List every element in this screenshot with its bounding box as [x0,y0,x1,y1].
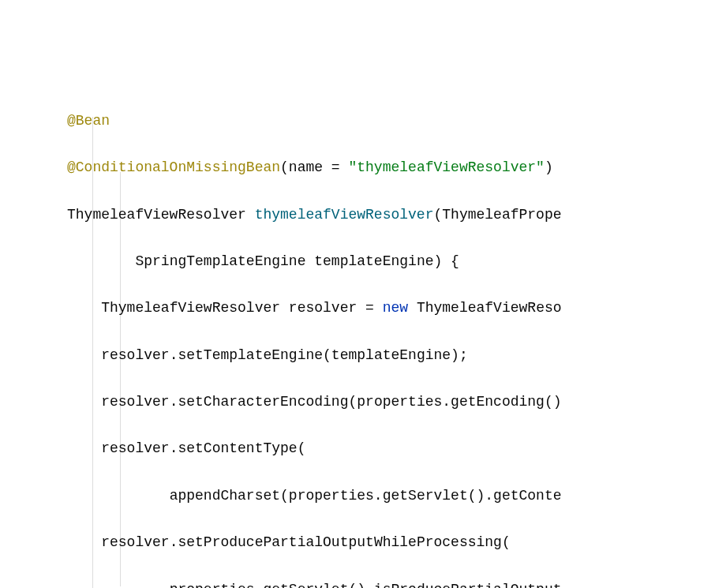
code-line-6: resolver.setTemplateEngine(templateEngin… [67,344,715,368]
code-block: @Bean @ConditionalOnMissingBean(name = "… [0,0,715,588]
annotation-bean: @Bean [67,113,110,129]
code-line-5: ThymeleafViewResolver resolver = new Thy… [67,297,715,320]
code-line-11: properties.getServlet().isProducePartial… [67,579,715,589]
code-line-3: ThymeleafViewResolver thymeleafViewResol… [67,204,715,227]
code-line-7: resolver.setCharacterEncoding(properties… [67,391,715,414]
code-line-2: @ConditionalOnMissingBean(name = "thymel… [67,156,715,180]
keyword-new: new [383,300,417,316]
code-line-8: resolver.setContentType( [67,437,715,461]
code-line-10: resolver.setProducePartialOutputWhilePro… [67,531,715,555]
code-line-4: SpringTemplateEngine templateEngine) { [67,250,715,274]
method-name: thymeleafViewResolver [255,207,434,223]
code-line-1: @Bean [67,110,715,133]
annotation-conditional: @ConditionalOnMissingBean [67,159,280,175]
code-line-9: appendCharset(properties.getServlet().ge… [67,485,715,508]
string-literal: "thymeleafViewResolver" [348,159,544,175]
